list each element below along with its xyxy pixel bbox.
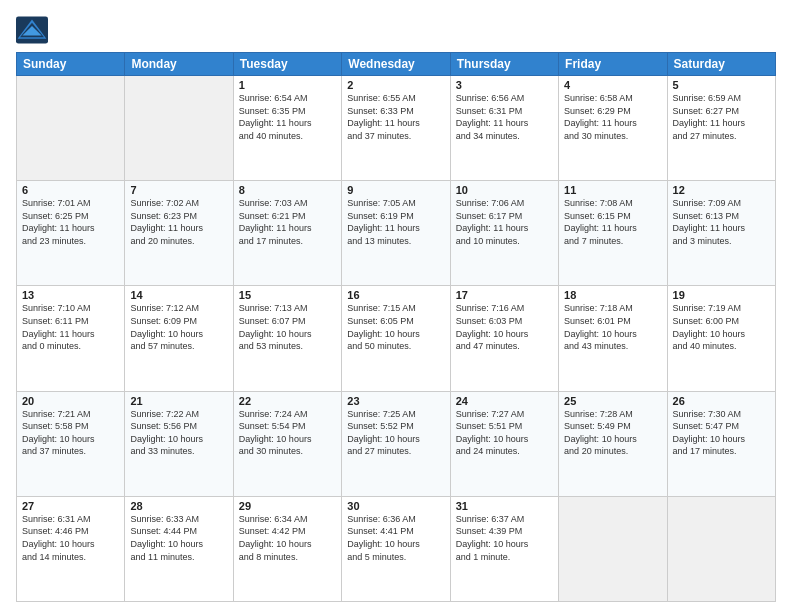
- calendar-cell: [17, 76, 125, 181]
- day-info: Sunrise: 6:33 AM Sunset: 4:44 PM Dayligh…: [130, 513, 227, 563]
- header: [16, 16, 776, 44]
- calendar-cell: 21Sunrise: 7:22 AM Sunset: 5:56 PM Dayli…: [125, 391, 233, 496]
- calendar-cell: 6Sunrise: 7:01 AM Sunset: 6:25 PM Daylig…: [17, 181, 125, 286]
- day-number: 26: [673, 395, 770, 407]
- calendar-cell: 22Sunrise: 7:24 AM Sunset: 5:54 PM Dayli…: [233, 391, 341, 496]
- day-info: Sunrise: 6:37 AM Sunset: 4:39 PM Dayligh…: [456, 513, 553, 563]
- weekday-header-friday: Friday: [559, 53, 667, 76]
- calendar-cell: 30Sunrise: 6:36 AM Sunset: 4:41 PM Dayli…: [342, 496, 450, 601]
- calendar-week-4: 27Sunrise: 6:31 AM Sunset: 4:46 PM Dayli…: [17, 496, 776, 601]
- day-number: 14: [130, 289, 227, 301]
- day-number: 19: [673, 289, 770, 301]
- day-number: 7: [130, 184, 227, 196]
- calendar-cell: 16Sunrise: 7:15 AM Sunset: 6:05 PM Dayli…: [342, 286, 450, 391]
- day-number: 5: [673, 79, 770, 91]
- day-info: Sunrise: 7:12 AM Sunset: 6:09 PM Dayligh…: [130, 302, 227, 352]
- day-number: 8: [239, 184, 336, 196]
- day-info: Sunrise: 7:03 AM Sunset: 6:21 PM Dayligh…: [239, 197, 336, 247]
- day-number: 20: [22, 395, 119, 407]
- day-info: Sunrise: 7:06 AM Sunset: 6:17 PM Dayligh…: [456, 197, 553, 247]
- day-number: 31: [456, 500, 553, 512]
- calendar-cell: 28Sunrise: 6:33 AM Sunset: 4:44 PM Dayli…: [125, 496, 233, 601]
- day-info: Sunrise: 6:55 AM Sunset: 6:33 PM Dayligh…: [347, 92, 444, 142]
- day-number: 27: [22, 500, 119, 512]
- calendar-body: 1Sunrise: 6:54 AM Sunset: 6:35 PM Daylig…: [17, 76, 776, 602]
- day-info: Sunrise: 7:18 AM Sunset: 6:01 PM Dayligh…: [564, 302, 661, 352]
- day-number: 3: [456, 79, 553, 91]
- weekday-header-monday: Monday: [125, 53, 233, 76]
- calendar-week-0: 1Sunrise: 6:54 AM Sunset: 6:35 PM Daylig…: [17, 76, 776, 181]
- day-number: 30: [347, 500, 444, 512]
- day-info: Sunrise: 6:34 AM Sunset: 4:42 PM Dayligh…: [239, 513, 336, 563]
- day-number: 21: [130, 395, 227, 407]
- calendar-cell: 1Sunrise: 6:54 AM Sunset: 6:35 PM Daylig…: [233, 76, 341, 181]
- day-info: Sunrise: 7:22 AM Sunset: 5:56 PM Dayligh…: [130, 408, 227, 458]
- day-number: 18: [564, 289, 661, 301]
- day-info: Sunrise: 7:05 AM Sunset: 6:19 PM Dayligh…: [347, 197, 444, 247]
- weekday-header-saturday: Saturday: [667, 53, 775, 76]
- calendar-cell: 8Sunrise: 7:03 AM Sunset: 6:21 PM Daylig…: [233, 181, 341, 286]
- calendar-cell: 7Sunrise: 7:02 AM Sunset: 6:23 PM Daylig…: [125, 181, 233, 286]
- day-number: 15: [239, 289, 336, 301]
- calendar-cell: 11Sunrise: 7:08 AM Sunset: 6:15 PM Dayli…: [559, 181, 667, 286]
- day-number: 12: [673, 184, 770, 196]
- day-info: Sunrise: 6:31 AM Sunset: 4:46 PM Dayligh…: [22, 513, 119, 563]
- day-number: 1: [239, 79, 336, 91]
- calendar-cell: [667, 496, 775, 601]
- calendar-cell: 15Sunrise: 7:13 AM Sunset: 6:07 PM Dayli…: [233, 286, 341, 391]
- calendar-cell: 3Sunrise: 6:56 AM Sunset: 6:31 PM Daylig…: [450, 76, 558, 181]
- weekday-row: SundayMondayTuesdayWednesdayThursdayFrid…: [17, 53, 776, 76]
- calendar: SundayMondayTuesdayWednesdayThursdayFrid…: [16, 52, 776, 602]
- calendar-cell: [559, 496, 667, 601]
- day-info: Sunrise: 7:09 AM Sunset: 6:13 PM Dayligh…: [673, 197, 770, 247]
- day-info: Sunrise: 6:56 AM Sunset: 6:31 PM Dayligh…: [456, 92, 553, 142]
- calendar-cell: 18Sunrise: 7:18 AM Sunset: 6:01 PM Dayli…: [559, 286, 667, 391]
- day-info: Sunrise: 6:54 AM Sunset: 6:35 PM Dayligh…: [239, 92, 336, 142]
- calendar-cell: 14Sunrise: 7:12 AM Sunset: 6:09 PM Dayli…: [125, 286, 233, 391]
- weekday-header-tuesday: Tuesday: [233, 53, 341, 76]
- calendar-cell: 23Sunrise: 7:25 AM Sunset: 5:52 PM Dayli…: [342, 391, 450, 496]
- page: SundayMondayTuesdayWednesdayThursdayFrid…: [0, 0, 792, 612]
- day-info: Sunrise: 7:16 AM Sunset: 6:03 PM Dayligh…: [456, 302, 553, 352]
- day-number: 17: [456, 289, 553, 301]
- day-info: Sunrise: 7:27 AM Sunset: 5:51 PM Dayligh…: [456, 408, 553, 458]
- day-number: 24: [456, 395, 553, 407]
- calendar-cell: 27Sunrise: 6:31 AM Sunset: 4:46 PM Dayli…: [17, 496, 125, 601]
- weekday-header-sunday: Sunday: [17, 53, 125, 76]
- calendar-cell: 9Sunrise: 7:05 AM Sunset: 6:19 PM Daylig…: [342, 181, 450, 286]
- day-info: Sunrise: 7:25 AM Sunset: 5:52 PM Dayligh…: [347, 408, 444, 458]
- calendar-cell: 25Sunrise: 7:28 AM Sunset: 5:49 PM Dayli…: [559, 391, 667, 496]
- day-info: Sunrise: 7:28 AM Sunset: 5:49 PM Dayligh…: [564, 408, 661, 458]
- calendar-header: SundayMondayTuesdayWednesdayThursdayFrid…: [17, 53, 776, 76]
- day-info: Sunrise: 7:01 AM Sunset: 6:25 PM Dayligh…: [22, 197, 119, 247]
- day-info: Sunrise: 7:30 AM Sunset: 5:47 PM Dayligh…: [673, 408, 770, 458]
- day-info: Sunrise: 7:24 AM Sunset: 5:54 PM Dayligh…: [239, 408, 336, 458]
- calendar-week-2: 13Sunrise: 7:10 AM Sunset: 6:11 PM Dayli…: [17, 286, 776, 391]
- calendar-week-1: 6Sunrise: 7:01 AM Sunset: 6:25 PM Daylig…: [17, 181, 776, 286]
- day-number: 29: [239, 500, 336, 512]
- day-info: Sunrise: 6:36 AM Sunset: 4:41 PM Dayligh…: [347, 513, 444, 563]
- day-number: 11: [564, 184, 661, 196]
- logo: [16, 16, 52, 44]
- calendar-cell: [125, 76, 233, 181]
- calendar-cell: 24Sunrise: 7:27 AM Sunset: 5:51 PM Dayli…: [450, 391, 558, 496]
- calendar-cell: 4Sunrise: 6:58 AM Sunset: 6:29 PM Daylig…: [559, 76, 667, 181]
- day-number: 6: [22, 184, 119, 196]
- day-number: 16: [347, 289, 444, 301]
- day-info: Sunrise: 7:15 AM Sunset: 6:05 PM Dayligh…: [347, 302, 444, 352]
- logo-icon: [16, 16, 48, 44]
- day-info: Sunrise: 7:21 AM Sunset: 5:58 PM Dayligh…: [22, 408, 119, 458]
- day-info: Sunrise: 7:10 AM Sunset: 6:11 PM Dayligh…: [22, 302, 119, 352]
- weekday-header-wednesday: Wednesday: [342, 53, 450, 76]
- calendar-cell: 2Sunrise: 6:55 AM Sunset: 6:33 PM Daylig…: [342, 76, 450, 181]
- day-info: Sunrise: 7:08 AM Sunset: 6:15 PM Dayligh…: [564, 197, 661, 247]
- weekday-header-thursday: Thursday: [450, 53, 558, 76]
- day-number: 25: [564, 395, 661, 407]
- calendar-cell: 20Sunrise: 7:21 AM Sunset: 5:58 PM Dayli…: [17, 391, 125, 496]
- day-info: Sunrise: 7:13 AM Sunset: 6:07 PM Dayligh…: [239, 302, 336, 352]
- calendar-cell: 12Sunrise: 7:09 AM Sunset: 6:13 PM Dayli…: [667, 181, 775, 286]
- calendar-week-3: 20Sunrise: 7:21 AM Sunset: 5:58 PM Dayli…: [17, 391, 776, 496]
- calendar-cell: 29Sunrise: 6:34 AM Sunset: 4:42 PM Dayli…: [233, 496, 341, 601]
- day-number: 23: [347, 395, 444, 407]
- day-number: 2: [347, 79, 444, 91]
